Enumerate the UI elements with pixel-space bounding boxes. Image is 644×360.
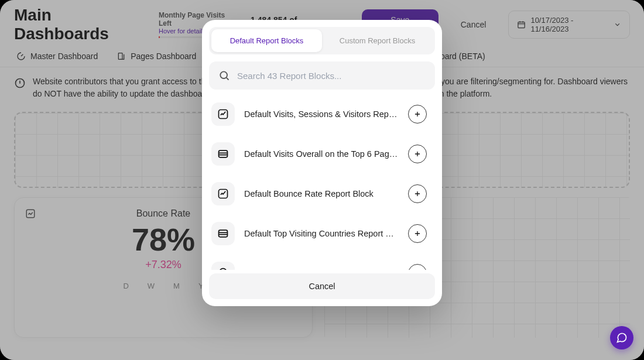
modal-tabs: Default Report Blocks Custom Report Bloc… [209,27,435,54]
report-blocks-modal: Default Report Blocks Custom Report Bloc… [202,20,442,306]
block-label: Default Top Visiting Countries Report Bl… [244,229,399,238]
modal-tab-default[interactable]: Default Report Blocks [211,29,322,52]
modal-overlay[interactable]: Default Report Blocks Custom Report Bloc… [0,0,644,360]
add-block-button[interactable] [408,105,427,124]
plus-icon [413,110,422,118]
svg-rect-8 [219,230,228,237]
block-icon-box [211,182,235,205]
table-icon [217,148,229,160]
map-pin-icon [217,268,229,270]
plus-icon [413,269,422,270]
chart-line-icon [217,188,229,200]
modal-tab-custom[interactable]: Custom Report Blocks [322,29,433,52]
block-item: Default Bounce Rate Report Block [209,174,435,214]
add-block-button[interactable] [408,224,427,243]
block-icon-box [211,222,235,245]
block-label: Default Visits Overall on the Top 6 Page… [244,149,399,159]
chat-icon [616,332,628,344]
block-label: Default Live Visitors Report Block [244,269,399,270]
block-list[interactable]: Default Visits, Sessions & Visitors Repo… [209,94,435,270]
add-block-button[interactable] [408,184,427,203]
svg-point-4 [220,71,227,78]
plus-icon [413,229,422,238]
add-block-button[interactable] [408,264,427,270]
block-icon-box [211,142,235,166]
block-item: Default Live Visitors Report Block [209,253,435,270]
search-input[interactable] [237,71,426,81]
app-window: Main Dashboards Monthly Page Visits Left… [0,0,644,360]
block-item: Default Visits, Sessions & Visitors Repo… [209,94,435,134]
modal-cancel-button[interactable]: Cancel [209,273,435,299]
block-icon-box [211,102,235,126]
svg-rect-6 [219,150,228,157]
block-label: Default Bounce Rate Report Block [244,189,399,198]
plus-icon [413,150,422,158]
search-icon [218,70,230,81]
add-block-button[interactable] [408,145,427,163]
block-item: Default Visits Overall on the Top 6 Page… [209,134,435,174]
table-icon [217,228,229,239]
block-item: Default Top Visiting Countries Report Bl… [209,214,435,253]
block-label: Default Visits, Sessions & Visitors Repo… [244,109,399,119]
block-icon-box [211,262,235,270]
chat-fab[interactable] [610,326,633,349]
search-wrap [209,61,435,90]
chart-line-icon [217,108,229,120]
plus-icon [413,190,422,198]
